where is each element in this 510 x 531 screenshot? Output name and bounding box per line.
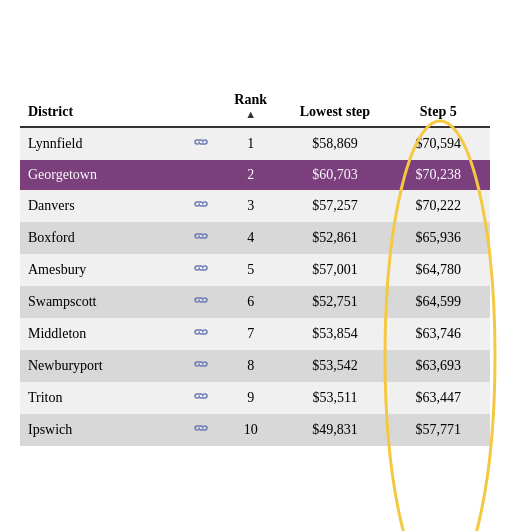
link-cell[interactable] <box>183 127 218 160</box>
rank-cell: 7 <box>218 318 283 350</box>
table-row: Lynnfield1$58,869$70,594 <box>20 127 490 160</box>
table-row: Swampscott6$52,751$64,599 <box>20 286 490 318</box>
district-cell: Danvers <box>20 190 183 222</box>
link-cell[interactable] <box>183 414 218 446</box>
district-cell: Newburyport <box>20 350 183 382</box>
step5-cell: $65,936 <box>387 222 490 254</box>
lowest-step-cell: $52,751 <box>283 286 386 318</box>
link-cell[interactable] <box>183 190 218 222</box>
lowest-step-cell: $57,001 <box>283 254 386 286</box>
rank-cell: 8 <box>218 350 283 382</box>
step5-cell: $63,693 <box>387 350 490 382</box>
step5-cell: $63,746 <box>387 318 490 350</box>
district-cell: Ipswich <box>20 414 183 446</box>
step5-cell: $63,447 <box>387 382 490 414</box>
rank-cell: 2 <box>218 160 283 190</box>
lowest-step-cell: $53,511 <box>283 382 386 414</box>
step5-cell: $57,771 <box>387 414 490 446</box>
table-row: Amesbury5$57,001$64,780 <box>20 254 490 286</box>
main-container: District Rank ▲ Lowest step Step 5 Lynnf… <box>20 86 490 446</box>
link-cell <box>183 160 218 190</box>
district-header: District <box>20 86 183 127</box>
district-cell: Swampscott <box>20 286 183 318</box>
rank-header: Rank ▲ <box>218 86 283 127</box>
table-row: Boxford4$52,861$65,936 <box>20 222 490 254</box>
table-row: Newburyport8$53,542$63,693 <box>20 350 490 382</box>
step5-header: Step 5 <box>387 86 490 127</box>
district-cell: Boxford <box>20 222 183 254</box>
lowest-step-cell: $49,831 <box>283 414 386 446</box>
table-row: Middleton7$53,854$63,746 <box>20 318 490 350</box>
link-cell[interactable] <box>183 286 218 318</box>
step5-cell: $64,599 <box>387 286 490 318</box>
link-header <box>183 86 218 127</box>
link-cell[interactable] <box>183 222 218 254</box>
step5-cell: $70,594 <box>387 127 490 160</box>
rank-cell: 6 <box>218 286 283 318</box>
link-cell[interactable] <box>183 254 218 286</box>
lowest-step-cell: $60,703 <box>283 160 386 190</box>
table-row: Ipswich10$49,831$57,771 <box>20 414 490 446</box>
rank-cell: 10 <box>218 414 283 446</box>
lowest-step-header: Lowest step <box>283 86 386 127</box>
lowest-step-cell: $58,869 <box>283 127 386 160</box>
rank-cell: 3 <box>218 190 283 222</box>
rank-cell: 9 <box>218 382 283 414</box>
rank-cell: 4 <box>218 222 283 254</box>
district-cell: Middleton <box>20 318 183 350</box>
lowest-step-cell: $57,257 <box>283 190 386 222</box>
rank-cell: 1 <box>218 127 283 160</box>
table-body: Lynnfield1$58,869$70,594Georgetown2$60,7… <box>20 127 490 446</box>
lowest-step-cell: $53,854 <box>283 318 386 350</box>
link-cell[interactable] <box>183 382 218 414</box>
sort-arrow[interactable]: ▲ <box>226 108 275 120</box>
step5-cell: $70,222 <box>387 190 490 222</box>
district-cell: Amesbury <box>20 254 183 286</box>
table-row: Triton9$53,511$63,447 <box>20 382 490 414</box>
step5-cell: $70,238 <box>387 160 490 190</box>
table-row: Danvers3$57,257$70,222 <box>20 190 490 222</box>
table-header: District Rank ▲ Lowest step Step 5 <box>20 86 490 127</box>
link-cell[interactable] <box>183 350 218 382</box>
district-cell: Georgetown <box>20 160 183 190</box>
district-cell: Triton <box>20 382 183 414</box>
rank-cell: 5 <box>218 254 283 286</box>
link-cell[interactable] <box>183 318 218 350</box>
data-table: District Rank ▲ Lowest step Step 5 Lynnf… <box>20 86 490 446</box>
lowest-step-cell: $52,861 <box>283 222 386 254</box>
district-cell: Lynnfield <box>20 127 183 160</box>
step5-cell: $64,780 <box>387 254 490 286</box>
table-row: Georgetown2$60,703$70,238 <box>20 160 490 190</box>
lowest-step-cell: $53,542 <box>283 350 386 382</box>
